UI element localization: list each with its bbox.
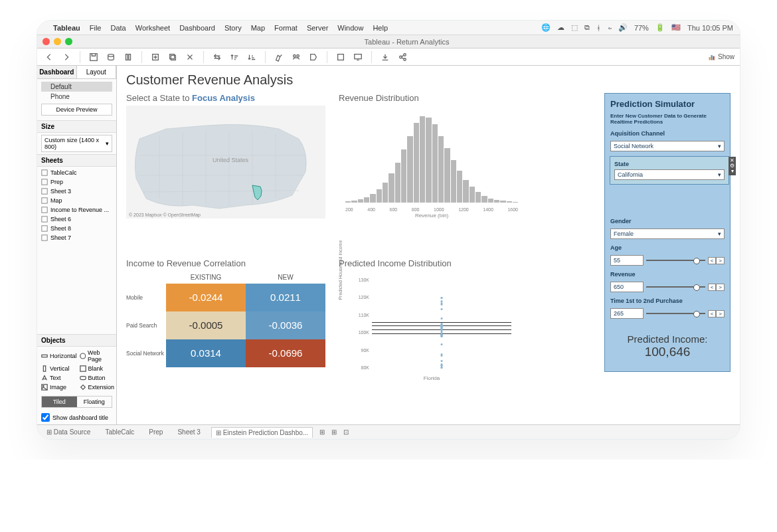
battery-percent: 77% [634,24,649,32]
tiled-button[interactable]: Tiled [42,397,77,407]
new-sheet-icon[interactable] [149,50,162,64]
new-story-icon[interactable]: ⊡ [343,428,349,436]
footer-tab[interactable]: Prep [145,427,167,437]
revenue-input[interactable]: 650 [610,282,644,292]
globe-icon[interactable]: 🌐 [541,23,551,32]
window-zoom-button[interactable] [65,38,72,45]
object-webpage[interactable]: Web Page [80,349,115,363]
leftpanel-tab-layout[interactable]: Layout [77,66,117,78]
sheet-item[interactable]: Map [37,196,116,205]
revenue-slider[interactable] [646,286,705,288]
predicted-income-plot[interactable]: Predicted Household Income 130K120K 110K… [339,271,525,384]
sheet-item[interactable]: Sheet 3 [37,187,116,196]
size-select[interactable]: Custom size (1400 x 800) ▾ [41,135,112,152]
battery-icon[interactable]: 🔋 [655,23,665,32]
download-icon[interactable] [379,50,392,64]
wifi-icon[interactable]: ⧜ [608,24,612,32]
mac-menu-data[interactable]: Data [111,24,126,32]
app-icon[interactable]: ⬚ [571,23,578,32]
nav-back-icon[interactable] [43,50,56,64]
sheet-item[interactable]: Income to Revenue ... [37,205,116,215]
pause-icon[interactable] [122,50,135,64]
footer-tab[interactable]: TableCalc [101,427,138,437]
toolbar-show-me[interactable]: Show [708,53,734,61]
present-icon[interactable] [351,50,365,64]
mac-menu-story[interactable]: Story [224,24,242,32]
close-icon[interactable]: ✕⚙▾ [729,157,736,175]
device-phone[interactable]: Phone [41,92,112,102]
mac-menu-app[interactable]: Tableau [53,24,80,32]
sheet-item[interactable]: TableCalc [37,168,116,177]
age-input[interactable]: 55 [610,255,644,266]
new-dashboard-icon[interactable]: ⊞ [331,428,337,436]
rev-dec[interactable]: < [708,284,717,291]
mac-menu-format[interactable]: Format [274,24,298,32]
footer-tab-active[interactable]: ⊞ Einstein Prediction Dashbo... [211,427,313,438]
window-minimize-button[interactable] [54,38,61,45]
bluetooth-icon[interactable]: ᚼ [596,24,601,32]
gender-select[interactable]: Female▾ [610,228,725,239]
mac-menu-worksheet[interactable]: Worksheet [135,24,170,32]
object-vertical[interactable]: Vertical [41,365,77,372]
mac-menubar: Tableau File Data Worksheet Dashboard St… [37,21,740,35]
label-icon[interactable] [307,50,320,64]
volume-icon[interactable]: 🔊 [618,23,628,32]
time-inc[interactable]: > [716,310,725,317]
mac-menu-help[interactable]: Help [373,24,388,32]
us-map[interactable]: United States © 2023 Mapbox © OpenStreet… [126,106,325,219]
tiled-floating-toggle[interactable]: Tiled Floating [41,396,112,408]
duplicate-icon[interactable] [166,50,179,64]
sheet-item[interactable]: Sheet 8 [37,224,116,233]
correlation-table[interactable]: EXISTING NEW Mobile -0.0244 0.0211 Paid … [126,271,325,367]
nav-fwd-icon[interactable] [60,50,73,64]
object-text[interactable]: Text [41,375,77,381]
time-input[interactable]: 265 [610,308,644,319]
sort-desc-icon[interactable] [245,50,258,64]
sheet-item[interactable]: Prep [37,177,116,187]
swap-icon[interactable] [211,50,224,64]
mac-menu-file[interactable]: File [90,24,102,32]
sheet-item[interactable]: Sheet 7 [37,233,116,242]
time-dec[interactable]: < [708,310,717,317]
cloud-icon[interactable]: ☁ [557,23,564,32]
object-blank[interactable]: Blank [80,365,115,372]
window-close-button[interactable] [43,38,50,45]
show-title-input[interactable] [41,413,50,422]
sort-asc-icon[interactable] [228,50,241,64]
leftpanel-tab-dashboard[interactable]: Dashboard [37,66,77,78]
aq-channel-select[interactable]: Social Network▾ [610,141,725,151]
new-data-icon[interactable] [104,50,118,64]
save-icon[interactable] [87,50,100,64]
screen-icon[interactable]: ⧉ [584,23,590,32]
mac-menu-map[interactable]: Map [251,24,265,32]
fit-icon[interactable] [334,50,347,64]
highlight-icon[interactable] [272,50,286,64]
rev-inc[interactable]: > [716,284,725,291]
object-extension[interactable]: Extension [80,384,115,391]
age-dec[interactable]: < [708,257,717,264]
svg-rect-6 [171,55,175,60]
mac-menu-window[interactable]: Window [337,24,363,32]
state-select[interactable]: California▾ [614,169,725,180]
object-horizontal[interactable]: Horizontal [41,349,77,363]
mac-menu-server[interactable]: Server [307,24,328,32]
flag-icon[interactable]: 🇺🇸 [671,23,681,32]
data-source-tab[interactable]: ⊞ Data Source [43,427,94,437]
object-image[interactable]: Image [41,384,77,391]
new-sheet-icon[interactable]: ⊞ [319,428,325,436]
mac-menu-dashboard[interactable]: Dashboard [179,24,215,32]
sheet-item[interactable]: Sheet 6 [37,215,116,224]
floating-button[interactable]: Floating [77,397,112,407]
time-slider[interactable] [646,313,705,314]
footer-tab[interactable]: Sheet 3 [173,427,204,437]
revenue-histogram[interactable]: 200400 600800 10001200 14001600 Revenue … [339,106,525,219]
age-slider[interactable] [646,260,705,261]
device-preview-button[interactable]: Device Preview [41,104,112,116]
group-icon[interactable] [290,50,303,64]
device-default[interactable]: Default [41,82,112,92]
age-inc[interactable]: > [716,257,725,264]
clear-icon[interactable] [183,50,197,64]
share-icon[interactable] [396,50,409,64]
object-button[interactable]: Button [80,375,115,381]
show-title-checkbox[interactable]: Show dashboard title [37,410,116,424]
